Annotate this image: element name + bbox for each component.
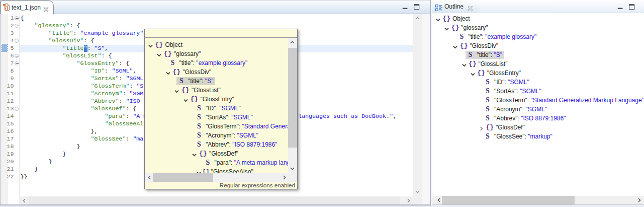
svg-text:{}: {}	[5, 6, 9, 11]
